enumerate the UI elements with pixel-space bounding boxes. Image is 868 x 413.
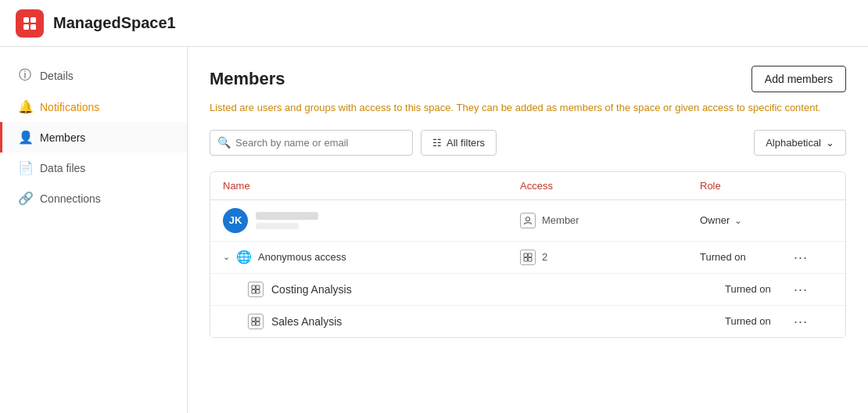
info-icon: ⓘ bbox=[18, 67, 32, 84]
toolbar: 🔍 ☷ All filters Alphabetical ⌄ bbox=[210, 130, 846, 156]
dots-menu-button-anon[interactable]: ··· bbox=[794, 250, 808, 264]
sub-row-sales: Sales Analysis bbox=[248, 314, 545, 329]
anon-access-cell: ⌄ 🌐 Anonymous access bbox=[223, 250, 520, 264]
content-description: Listed are users and groups with access … bbox=[210, 100, 846, 116]
person-icon: 👤 bbox=[18, 130, 32, 145]
app-title: ManagedSpace1 bbox=[53, 14, 176, 32]
access-count-anon: 2 bbox=[542, 251, 547, 263]
expand-chevron-icon[interactable]: ⌄ bbox=[223, 252, 230, 262]
svg-rect-11 bbox=[252, 289, 256, 293]
sidebar-item-details[interactable]: ⓘ Details bbox=[0, 59, 187, 92]
sidebar-item-members[interactable]: 👤 Members bbox=[0, 122, 187, 153]
svg-rect-3 bbox=[30, 24, 36, 30]
svg-rect-8 bbox=[529, 257, 533, 261]
sidebar-label-data-files: Data files bbox=[40, 162, 85, 174]
svg-rect-2 bbox=[23, 24, 29, 30]
svg-rect-10 bbox=[256, 286, 260, 289]
sub-row-sales-status: Turned on bbox=[725, 315, 794, 327]
avatar: JK bbox=[223, 208, 248, 233]
sort-dropdown[interactable]: Alphabetical ⌄ bbox=[754, 130, 846, 156]
member-access-icon bbox=[520, 213, 536, 228]
dots-menu-button-costing[interactable]: ··· bbox=[794, 282, 808, 296]
main-layout: ⓘ Details 🔔 Notifications 👤 Members 📄 Da… bbox=[0, 47, 868, 413]
table-header: Name Access Role bbox=[210, 172, 845, 200]
app-access-icon bbox=[520, 250, 536, 265]
member-cell-user: JK bbox=[223, 208, 520, 233]
svg-rect-12 bbox=[256, 289, 260, 293]
filter-icon: ☷ bbox=[432, 137, 442, 149]
anon-access-label: Anonymous access bbox=[258, 251, 346, 263]
sidebar-label-members: Members bbox=[40, 131, 85, 144]
svg-rect-16 bbox=[256, 321, 260, 325]
svg-rect-5 bbox=[524, 253, 528, 257]
globe-icon: 🌐 bbox=[236, 250, 252, 264]
role-label-owner: Owner bbox=[700, 214, 730, 226]
member-name-bar bbox=[256, 212, 318, 220]
search-icon: 🔍 bbox=[217, 136, 231, 149]
members-table: Name Access Role JK bbox=[210, 171, 846, 338]
row-actions-sales: ··· bbox=[794, 314, 833, 329]
role-cell-owner: Owner ⌄ bbox=[700, 214, 794, 226]
col-header-access: Access bbox=[520, 180, 700, 192]
sub-row-costing-label: Costing Analysis bbox=[271, 283, 352, 296]
app-icon-costing bbox=[248, 282, 264, 297]
sidebar-item-notifications[interactable]: 🔔 Notifications bbox=[0, 92, 187, 122]
search-input-wrap: 🔍 bbox=[210, 130, 413, 156]
member-sub-bar bbox=[256, 223, 299, 229]
svg-rect-7 bbox=[524, 257, 528, 261]
sidebar: ⓘ Details 🔔 Notifications 👤 Members 📄 Da… bbox=[0, 47, 188, 413]
table-row: Costing Analysis Turned on ··· bbox=[210, 274, 845, 306]
role-chevron-icon[interactable]: ⌄ bbox=[734, 215, 742, 226]
status-turned-on-anon: Turned on bbox=[700, 251, 746, 263]
svg-rect-15 bbox=[252, 321, 256, 325]
col-header-name: Name bbox=[223, 180, 520, 192]
svg-rect-14 bbox=[256, 318, 260, 321]
table-row: JK Member Owner ⌄ bbox=[210, 200, 845, 242]
col-header-actions bbox=[794, 180, 833, 192]
status-turned-on-sales: Turned on bbox=[725, 315, 771, 327]
row-actions-anon: ··· bbox=[794, 250, 833, 264]
sidebar-item-data-files[interactable]: 📄 Data files bbox=[0, 153, 187, 183]
access-cell-anon: 2 bbox=[520, 250, 700, 265]
row-actions-costing: ··· bbox=[794, 282, 833, 296]
member-name-block bbox=[256, 212, 318, 229]
sidebar-label-notifications: Notifications bbox=[40, 101, 99, 113]
dots-menu-button-sales[interactable]: ··· bbox=[794, 314, 808, 329]
avatar-initials: JK bbox=[229, 214, 242, 226]
content-header: Members Add members bbox=[210, 66, 846, 92]
status-turned-on-costing: Turned on bbox=[725, 283, 771, 295]
sort-label: Alphabetical bbox=[766, 137, 821, 149]
table-row: Sales Analysis Turned on ··· bbox=[210, 306, 845, 337]
app-header: ManagedSpace1 bbox=[0, 0, 868, 47]
col-header-role: Role bbox=[700, 180, 794, 192]
sidebar-item-connections[interactable]: 🔗 Connections bbox=[0, 183, 187, 214]
filter-label: All filters bbox=[447, 137, 485, 149]
svg-rect-6 bbox=[529, 253, 533, 257]
access-label-member: Member bbox=[542, 214, 579, 226]
search-input[interactable] bbox=[210, 130, 413, 156]
content-area: Members Add members Listed are users and… bbox=[188, 47, 868, 413]
app-icon-sales bbox=[248, 314, 264, 329]
chevron-down-icon: ⌄ bbox=[826, 137, 834, 149]
svg-point-4 bbox=[526, 217, 530, 221]
all-filters-button[interactable]: ☷ All filters bbox=[421, 130, 497, 156]
svg-rect-13 bbox=[252, 318, 256, 321]
svg-rect-1 bbox=[30, 17, 36, 23]
file-icon: 📄 bbox=[18, 160, 32, 175]
sidebar-label-details: Details bbox=[40, 70, 74, 82]
sub-row-costing: Costing Analysis bbox=[248, 282, 545, 297]
connections-icon: 🔗 bbox=[18, 191, 32, 206]
bell-icon: 🔔 bbox=[18, 99, 32, 114]
role-cell-anon: Turned on bbox=[700, 251, 794, 263]
add-members-button[interactable]: Add members bbox=[751, 66, 846, 92]
sub-row-costing-status: Turned on bbox=[725, 283, 794, 295]
svg-rect-9 bbox=[252, 286, 256, 289]
sub-row-sales-label: Sales Analysis bbox=[271, 315, 342, 328]
page-title: Members bbox=[210, 69, 285, 89]
app-logo-icon bbox=[16, 9, 44, 38]
access-cell-user: Member bbox=[520, 213, 700, 228]
sidebar-label-connections: Connections bbox=[40, 192, 101, 205]
svg-rect-0 bbox=[23, 17, 29, 23]
table-row: ⌄ 🌐 Anonymous access 2 Turned on ··· bbox=[210, 242, 845, 274]
